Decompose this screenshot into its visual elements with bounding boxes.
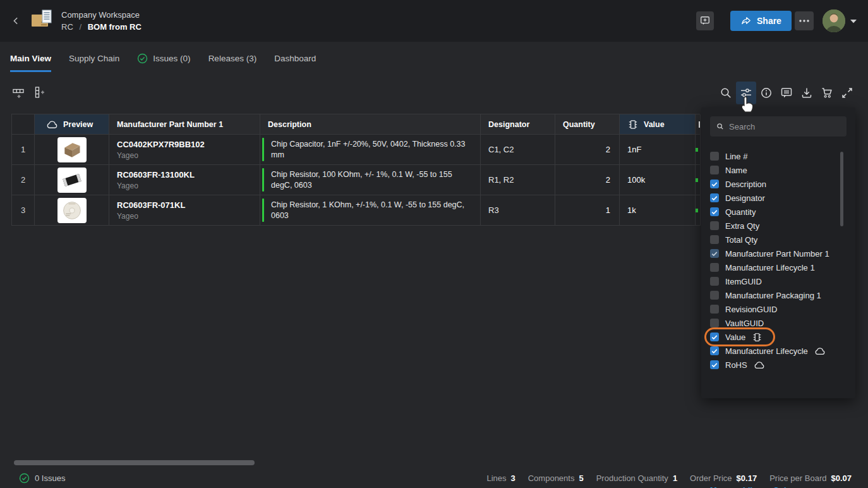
column-option-manufacturer-lifecycle[interactable]: Manufacturer Lifecycle [710,344,840,358]
checkbox-manufacturer-packaging-1[interactable] [710,291,719,300]
checkbox-quantity[interactable] [710,207,719,216]
column-header-designator[interactable]: Designator [481,114,555,135]
preview-cell[interactable] [35,195,109,226]
checkbox-total-qty[interactable] [710,235,719,244]
cart-button[interactable] [817,82,837,104]
checkbox-vaultguid[interactable] [710,319,719,327]
horizontal-scrollbar-thumb[interactable] [14,460,255,465]
column-option-designator[interactable]: Designator [710,191,840,205]
mpn-text: RC0603FR-13100KL [117,170,195,180]
account-menu-caret[interactable] [850,20,857,23]
checkbox-value[interactable] [710,332,719,341]
checkbox-manufacturer-lifecycle[interactable] [710,346,719,355]
checkbox-manufacturer-part-number-1[interactable] [710,249,719,258]
description-cell[interactable]: Chip Capacitor, 1nF +/-20%, 50V, 0402, T… [260,135,481,165]
preview-cell[interactable] [35,135,109,165]
column-option-vaultguid[interactable]: VaultGUID [710,316,840,330]
description-cell[interactable]: Chip Resistor, 100 KOhm, +/- 1%, 0.1 W, … [260,165,481,195]
column-header-value-label: Value [644,120,665,129]
checkbox-revisionguid[interactable] [710,305,719,314]
quantity-cell[interactable]: 1 [555,195,620,226]
column-header-preview[interactable]: Preview [35,114,109,135]
avatar[interactable] [823,9,845,32]
checkbox-designator[interactable] [710,193,719,202]
checkbox-manufacturer-lifecycle-1[interactable] [710,263,719,272]
tab-dashboard[interactable]: Dashboard [274,42,316,75]
column-option-label: Name [725,166,747,175]
breadcrumb-project[interactable]: RC [61,22,73,32]
column-header-row-number[interactable] [12,114,35,135]
workspace-name[interactable]: Company Workspace [61,9,142,21]
value-cell[interactable]: 100k [620,165,696,195]
column-header-preview-label: Preview [63,120,93,129]
tab-releases-3[interactable]: Releases (3) [208,42,257,75]
ellipsis-icon [799,19,810,23]
more-options-button[interactable] [795,11,814,30]
column-option-label: Quantity [725,207,756,217]
add-column-button[interactable] [29,82,49,104]
preview-cell[interactable] [35,165,109,195]
mpn-cell[interactable]: RC0603FR-071KLYageo [109,195,260,226]
manage-library-columns-link[interactable]: Manage Library Columns [710,485,808,488]
toolbar-right [716,82,857,104]
tab-bar: Main ViewSupply ChainIssues (0)Releases … [0,42,868,75]
cloud-icon [754,361,765,369]
column-option-label: RoHS [725,360,747,370]
column-option-manufacturer-packaging-1[interactable]: Manufacturer Packaging 1 [710,288,840,302]
column-option-revisionguid[interactable]: RevisionGUID [710,302,840,316]
column-option-itemguid[interactable]: ItemGUID [710,274,840,288]
designator-cell[interactable]: R1, R2 [481,165,555,195]
checkbox-extra-qty[interactable] [710,221,719,230]
tab-label: Supply Chain [69,54,119,63]
mpn-text: RC0603FR-071KL [117,200,185,210]
column-option-total-qty[interactable]: Total Qty [710,233,840,247]
value-cell[interactable]: 1k [620,195,696,226]
quantity-cell[interactable]: 2 [555,165,620,195]
column-header-mpn[interactable]: Manufacturer Part Number 1 [109,114,260,135]
table-search-button[interactable] [716,82,736,104]
download-button[interactable] [797,82,817,104]
column-header-value[interactable]: Value [620,114,696,135]
column-option-name[interactable]: Name [710,163,840,177]
column-option-value[interactable]: Value [710,330,840,344]
add-row-button[interactable] [9,82,29,104]
stat-label: Production Quantity [596,473,668,483]
designator-cell[interactable]: R3 [481,195,555,226]
column-option-quantity[interactable]: Quantity [710,205,840,219]
column-option-label: RevisionGUID [725,305,777,314]
column-header-description[interactable]: Description [260,114,481,135]
quantity-cell[interactable]: 2 [555,135,620,165]
panel-search-field[interactable] [710,116,847,137]
checkbox-name[interactable] [710,166,719,174]
column-option-extra-qty[interactable]: Extra Qty [710,219,840,233]
share-button[interactable]: Share [730,11,792,31]
checkbox-itemguid[interactable] [710,277,719,286]
panel-scrollbar-thumb[interactable] [840,152,843,226]
fullscreen-button[interactable] [837,82,857,104]
back-button[interactable] [9,14,23,28]
column-header-quantity[interactable]: Quantity [555,114,620,135]
mpn-cell[interactable]: RC0603FR-13100KLYageo [109,165,260,195]
add-comment-button[interactable] [696,11,714,30]
column-option-rohs[interactable]: RoHS [710,358,840,372]
tab-issues-0[interactable]: Issues (0) [137,42,190,75]
issues-status[interactable]: 0 Issues [19,473,65,484]
checkbox-rohs[interactable] [710,360,719,369]
column-option-manufacturer-part-number-1[interactable]: Manufacturer Part Number 1 [710,247,840,260]
checkbox-line[interactable] [710,152,719,161]
mpn-cell[interactable]: CC0402KPX7R9BB102Yageo [109,135,260,165]
designator-cell[interactable]: C1, C2 [481,135,555,165]
tab-supply-chain[interactable]: Supply Chain [69,42,119,75]
description-cell[interactable]: Chip Resistor, 1 KOhm, +/-1%, 0.1 W, -55… [260,195,481,226]
comments-button[interactable] [776,82,797,104]
tab-main-view[interactable]: Main View [10,42,51,75]
bom-app-window: Company Workspace RC / BOM from RC Share [0,0,868,488]
column-settings-button[interactable] [736,82,756,104]
value-cell[interactable]: 1nF [620,135,696,165]
column-option-line[interactable]: Line # [710,149,840,163]
info-button[interactable] [756,82,776,104]
panel-search-input[interactable] [729,122,840,131]
column-option-manufacturer-lifecycle-1[interactable]: Manufacturer Lifecycle 1 [710,260,840,274]
checkbox-description[interactable] [710,180,719,188]
column-option-description[interactable]: Description [710,177,840,191]
